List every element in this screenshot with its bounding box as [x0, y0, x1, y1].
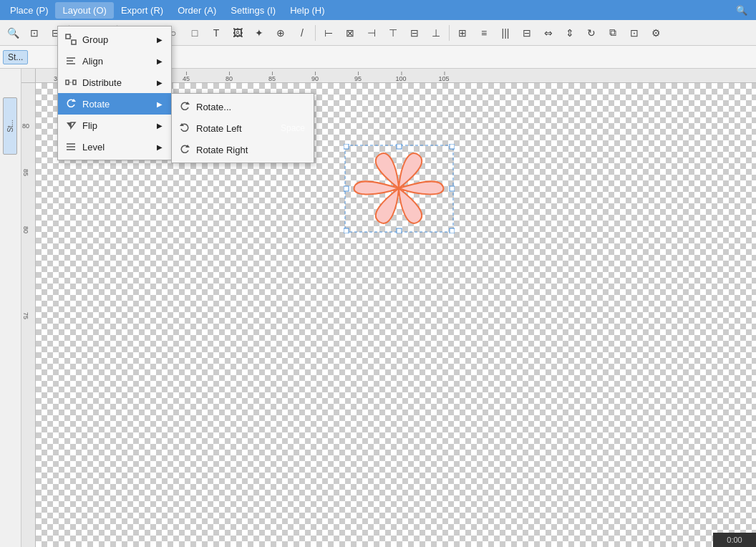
menu-item-level[interactable]: Level ▶: [58, 136, 171, 158]
menu-item-rotate[interactable]: Rotate ▶ Rotate... Rotate Left Space: [58, 93, 171, 115]
rotate-dialog-label: Rotate...: [196, 102, 231, 112]
group-btn[interactable]: ⊡: [624, 23, 644, 43]
menubar: Place (P) Layout (O) Export (R) Order (A…: [0, 0, 756, 20]
rotate-arrow: ▶: [157, 100, 163, 108]
ruler-left: 80 85 80 75: [21, 83, 36, 547]
tick-100: 100: [395, 75, 406, 82]
svg-marker-24: [71, 122, 75, 128]
page-indicator-text: St...: [6, 120, 14, 132]
menu-layout[interactable]: Layout (O): [55, 2, 113, 19]
menu-order[interactable]: Order (A): [170, 2, 223, 19]
sep4: [449, 25, 450, 41]
menu-item-group[interactable]: Group ▶: [58, 29, 171, 50]
level-arrow: ▶: [157, 143, 163, 151]
rotate-dialog-icon: [178, 100, 192, 114]
shape-btn[interactable]: ✦: [249, 23, 269, 43]
settings-cog-btn[interactable]: ⚙: [646, 23, 666, 43]
distribute-arrow: ▶: [157, 79, 163, 87]
line-btn[interactable]: /: [292, 23, 312, 43]
rotate-right-label: Rotate Right: [196, 145, 248, 155]
node-btn[interactable]: ⊕: [271, 23, 291, 43]
svg-rect-4: [344, 186, 349, 191]
align-icon: [64, 54, 78, 68]
rotate-left-label: Rotate Left: [196, 123, 242, 134]
left-panel: St...: [0, 69, 21, 547]
text-btn[interactable]: T: [206, 23, 226, 43]
flip-h-btn[interactable]: ⇔: [538, 23, 558, 43]
svg-rect-8: [450, 228, 455, 233]
group-arrow: ▶: [157, 36, 163, 44]
distribute-h-btn[interactable]: ⊟: [517, 23, 537, 43]
svg-rect-1: [344, 144, 349, 149]
align-bottom-btn[interactable]: ⊥: [426, 23, 446, 43]
align-center-btn[interactable]: ⊠: [340, 23, 360, 43]
statusbar: 0:00: [713, 533, 756, 547]
menu-item-align[interactable]: Align ▶: [58, 50, 171, 72]
selected-object[interactable]: [344, 144, 455, 233]
submenu-item-rotate-left[interactable]: Rotate Left Space: [172, 117, 314, 139]
align-top-btn[interactable]: ⊤: [383, 23, 403, 43]
svg-rect-5: [450, 186, 455, 191]
svg-rect-3: [450, 144, 455, 149]
level-icon: [64, 140, 78, 154]
distribute-icon: [64, 75, 78, 89]
table-btn[interactable]: ⊞: [452, 23, 472, 43]
rows-btn[interactable]: ≡: [474, 23, 494, 43]
group-label: Group: [82, 34, 108, 45]
submenu-item-rotate-right[interactable]: Rotate Right: [172, 139, 314, 160]
svg-rect-11: [72, 40, 76, 44]
rotate-right-icon: [178, 142, 192, 157]
flip-arrow: ▶: [157, 122, 163, 130]
distribute-label: Distribute: [82, 77, 122, 88]
tick-105: 105: [438, 75, 449, 82]
svg-rect-2: [397, 144, 402, 149]
align-arrow: ▶: [157, 57, 163, 65]
rotate-cw-btn[interactable]: ↻: [581, 23, 601, 43]
align-right-btn[interactable]: ⊣: [362, 23, 382, 43]
cols-btn[interactable]: |||: [495, 23, 515, 43]
duplicate-btn[interactable]: ⧉: [603, 23, 623, 43]
state-label: St...: [3, 50, 28, 64]
flip-icon: [64, 118, 78, 132]
svg-rect-6: [344, 228, 349, 233]
flip-label: Flip: [82, 120, 97, 131]
svg-rect-17: [73, 80, 76, 84]
rotate-label: Rotate: [82, 99, 110, 110]
rotate-left-icon: [178, 121, 192, 135]
statusbar-time: 0:00: [727, 536, 742, 544]
menu-export[interactable]: Export (R): [114, 2, 170, 19]
tick-95: 95: [354, 75, 362, 82]
image-btn[interactable]: 🖼: [228, 23, 248, 43]
search-icon[interactable]: 🔍: [730, 2, 753, 19]
tick-85: 85: [268, 75, 276, 82]
svg-marker-23: [67, 122, 71, 128]
flip-v-btn[interactable]: ⇕: [560, 23, 580, 43]
menu-item-flip[interactable]: Flip ▶: [58, 115, 171, 136]
menu-settings[interactable]: Settings (I): [223, 2, 283, 19]
rotate-icon: [64, 97, 78, 111]
tick-90: 90: [311, 75, 319, 82]
fit-page-btn[interactable]: ⊡: [24, 23, 44, 43]
align-left-btn[interactable]: ⊢: [319, 23, 339, 43]
rotate-submenu: Rotate... Rotate Left Space Rotate Right: [171, 93, 314, 163]
layout-dropdown-menu: Group ▶ Align ▶ Distribute ▶ Rotate ▶: [57, 26, 172, 160]
rotate-left-shortcut: Space: [281, 123, 305, 133]
align-label: Align: [82, 56, 103, 67]
svg-rect-7: [397, 228, 402, 233]
group-icon: [64, 32, 78, 47]
svg-rect-16: [66, 80, 69, 84]
menu-help[interactable]: Help (H): [283, 2, 331, 19]
align-middle-btn[interactable]: ⊟: [404, 23, 425, 43]
tick-80: 80: [226, 75, 233, 82]
level-label: Level: [82, 142, 105, 153]
menu-item-distribute[interactable]: Distribute ▶: [58, 72, 171, 93]
submenu-item-rotate-dialog[interactable]: Rotate...: [172, 96, 314, 117]
tick-45: 45: [183, 75, 190, 82]
page-indicator: St...: [3, 97, 17, 155]
menu-place[interactable]: Place (P): [3, 2, 55, 19]
svg-rect-10: [66, 34, 70, 39]
rect-btn[interactable]: □: [185, 23, 205, 43]
sep3: [315, 25, 316, 41]
zoom-out-btn[interactable]: 🔍: [3, 23, 23, 43]
ruler-corner: [21, 69, 36, 83]
